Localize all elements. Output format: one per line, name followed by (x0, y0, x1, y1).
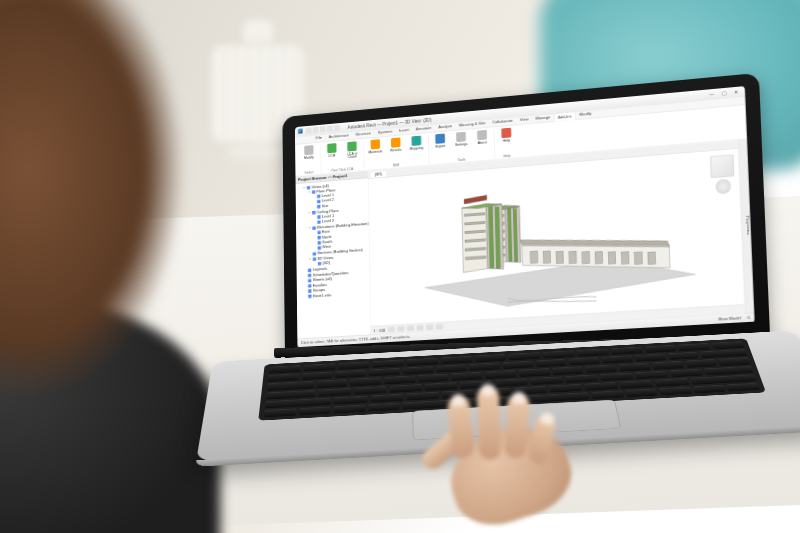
status-filter[interactable]: Main Model (718, 316, 741, 322)
svg-rect-11 (621, 251, 629, 264)
ribbon-button-label: Modify (304, 155, 314, 159)
user-hand (410, 390, 610, 530)
view-area: {3D} (368, 140, 745, 335)
tree-node-icon (313, 252, 316, 256)
tree-node-icon (317, 205, 320, 209)
qat-save-icon[interactable] (313, 127, 319, 133)
help-icon (501, 128, 511, 139)
svg-marker-15 (505, 204, 521, 263)
properties-title: Properties (745, 216, 751, 235)
svg-rect-13 (648, 252, 656, 265)
qat-print-icon[interactable] (334, 125, 340, 132)
qat-redo-icon[interactable] (327, 125, 333, 131)
about-icon (477, 130, 487, 140)
svg-rect-8 (582, 251, 590, 264)
export-icon (435, 133, 445, 143)
tree-item-label: Revit Links (313, 292, 332, 298)
svg-marker-37 (464, 195, 487, 204)
viewcube[interactable] (711, 155, 734, 178)
lca-in-cloud-icon (347, 141, 356, 151)
ribbon-button-export[interactable]: Export (431, 133, 450, 148)
visual-style-button[interactable] (397, 326, 404, 332)
ribbon-group-one-click-lca: LCALCA in CloudOne Click LCA (320, 141, 364, 174)
svg-rect-6 (556, 251, 564, 263)
ribbon-button-mapping[interactable]: Mapping (407, 135, 425, 150)
qat-open-icon[interactable] (306, 127, 312, 133)
results-icon (391, 137, 401, 147)
settings-icon (456, 132, 466, 142)
tree-node-icon (317, 200, 320, 204)
svg-rect-7 (569, 251, 577, 264)
ribbon-button-label: Materials (369, 149, 383, 154)
tree-node-icon (318, 262, 321, 266)
tree-item-label: West (322, 245, 331, 250)
status-selection: :0 (747, 315, 751, 320)
tree-node-icon (317, 215, 320, 219)
svg-rect-9 (595, 251, 603, 264)
mapping-icon (412, 136, 422, 146)
tree-node-icon (317, 194, 320, 198)
ribbon-button-results[interactable]: Results (387, 137, 405, 152)
tree-node-icon (308, 294, 311, 298)
ribbon-button-lca[interactable]: LCA (323, 143, 341, 158)
shadows-button[interactable] (416, 325, 423, 331)
ribbon-button-settings[interactable]: Settings (452, 131, 471, 147)
ribbon-button-label: Results (390, 148, 401, 152)
tree-item-label: East (322, 229, 330, 234)
qat-undo-icon[interactable] (320, 126, 326, 132)
revit-logo-icon (297, 128, 303, 134)
lca-icon (327, 143, 336, 153)
crop-region-button[interactable] (426, 324, 433, 330)
3d-viewport[interactable] (368, 149, 744, 327)
tree-item-label: {3D} (322, 260, 329, 265)
model-3d-render (368, 149, 744, 327)
svg-rect-4 (530, 251, 538, 263)
ribbon-button-label: Mapping (410, 146, 423, 151)
project-browser-panel[interactable]: Project Browser — Project1 −Views (all)−… (295, 171, 370, 339)
close-button[interactable]: ✕ (730, 88, 742, 95)
tree-node-icon (308, 268, 311, 272)
ribbon-group-bim: MaterialsResultsMappingBIM (364, 135, 429, 170)
hide-isolate-button[interactable] (436, 324, 443, 330)
view-scale[interactable]: 1 : 100 (373, 328, 385, 333)
tree-node-icon (317, 220, 320, 224)
tree-item-label: Level 2 (322, 218, 334, 223)
tree-node-icon (317, 230, 320, 234)
modify-icon (304, 145, 313, 155)
minimize-button[interactable]: — (706, 90, 718, 97)
tree-node-icon (308, 284, 311, 288)
detail-level-button[interactable] (388, 327, 395, 333)
ribbon-group-help: HelpHelp (494, 127, 519, 159)
maximize-button[interactable]: ▢ (718, 89, 730, 96)
project-browser-tree[interactable]: −Views (all)−Floor PlansLevel 1Level 2Si… (296, 178, 371, 339)
tree-item-label: Site (322, 203, 329, 208)
ribbon-button-label: Export (435, 144, 445, 148)
materials-icon (371, 139, 381, 149)
ribbon-group-label: Help (503, 153, 510, 158)
laptop-lid: Autodesk Revit — Project1 — 3D View: {3D… (282, 73, 770, 370)
revit-app-window: Autodesk Revit — Project1 — 3D View: {3D… (295, 86, 754, 347)
svg-rect-10 (608, 252, 616, 265)
ribbon-button-label: Help (503, 138, 510, 142)
tree-node-icon (308, 279, 311, 283)
ribbon-button-lca-in-cloud[interactable]: LCA in Cloud (343, 141, 361, 160)
ribbon-button-about[interactable]: About (473, 129, 492, 145)
ribbon-button-materials[interactable]: Materials (366, 139, 384, 154)
svg-rect-5 (543, 251, 551, 263)
ribbon-button-modify[interactable]: Modify (300, 145, 318, 160)
ribbon-group-select: ModifySelect (298, 144, 321, 175)
svg-rect-12 (634, 252, 642, 265)
sun-path-button[interactable] (407, 326, 414, 332)
ribbon-button-label: Settings (455, 142, 468, 147)
tree-node-icon (318, 241, 321, 245)
ribbon-button-label: LCA in Cloud (343, 151, 361, 159)
ribbon-group-label: Select (305, 169, 314, 174)
tree-node-icon (308, 289, 311, 293)
tree-node-icon (308, 274, 311, 278)
tree-item[interactable]: −Views (all)−Floor PlansLevel 1Level 2Si… (303, 180, 367, 268)
ribbon-button-label: LCA (329, 153, 336, 157)
ribbon-button-label: About (478, 140, 487, 144)
ribbon-button-help[interactable]: Help (497, 127, 516, 143)
view-tab-3d[interactable]: {3D} (370, 170, 387, 178)
tree-node-icon (318, 246, 321, 250)
